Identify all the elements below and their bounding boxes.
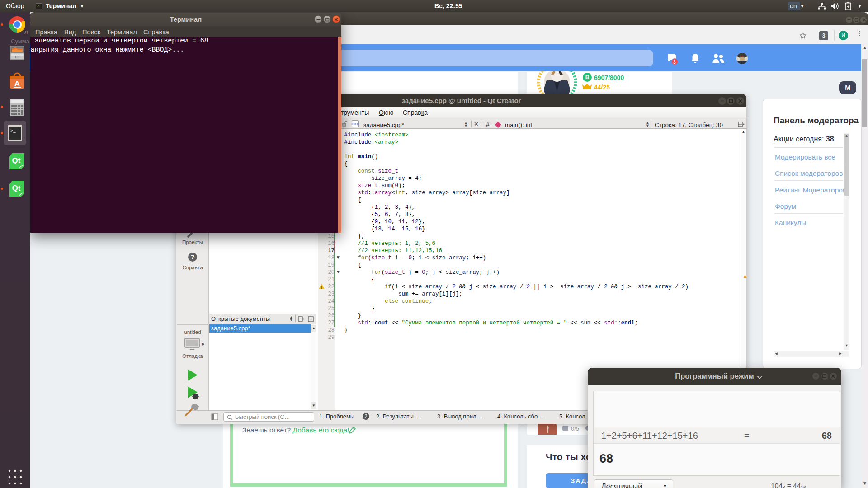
svg-text:Qt: Qt bbox=[12, 156, 21, 165]
svg-text:!: ! bbox=[321, 285, 322, 290]
svg-text:Qt: Qt bbox=[12, 184, 21, 192]
svg-text:>_: >_ bbox=[10, 129, 16, 134]
